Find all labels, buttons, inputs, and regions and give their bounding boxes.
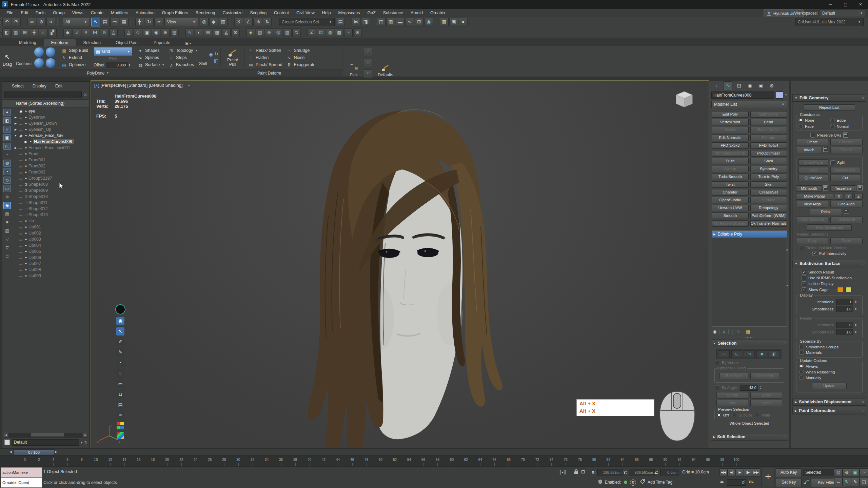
curve-editor-icon[interactable]: ∿	[405, 18, 414, 26]
schematic-view-icon[interactable]: ⊞	[415, 18, 423, 26]
edge-subobject-icon[interactable]: ◺	[731, 350, 742, 358]
toolbar2-icon[interactable]: ◧	[2, 28, 11, 37]
list-item[interactable]: ▶▬●Eyebrow	[12, 114, 89, 120]
isoline-display-checkbox[interactable]: ✓Isoline Display	[802, 281, 862, 286]
explorer-menu-display[interactable]: Display	[33, 84, 46, 88]
pencil-tool-icon[interactable]: ✎	[116, 348, 124, 357]
layer-explorer-toggle-icon[interactable]: ▥	[386, 18, 395, 26]
ribbon-tab-object-paint[interactable]: Object Paint	[108, 39, 146, 46]
list-item[interactable]: ▶▬●Eyelash_Down	[12, 120, 89, 126]
filter-spacewarps-icon[interactable]: ≈	[3, 151, 11, 158]
maxscript-mini-listener[interactable]: Ornatrix: Open(	[1, 477, 42, 488]
polydraw-section-label[interactable]: PolyDraw▼	[0, 69, 196, 77]
modifier-list-dropdown[interactable]: Modifier List ▼	[711, 101, 787, 108]
selection-region-icon[interactable]: ▭	[110, 18, 119, 26]
ornatrix-logo-icon[interactable]	[115, 304, 125, 314]
brush-tool-icon[interactable]: ✐	[116, 338, 124, 346]
topology-button[interactable]: ⊞Topology▼	[167, 47, 199, 54]
modifier-ffd-4x4x4[interactable]: FFD 4x4x4	[750, 142, 787, 149]
list-item[interactable]: ▬●Front002	[12, 163, 89, 169]
configure-modifier-sets-icon[interactable]: ▦	[746, 329, 750, 334]
modifier-creaseset[interactable]: CreaseSet	[750, 189, 787, 196]
optimize-button[interactable]: ▤Optimize	[60, 61, 90, 68]
rendered-frame-icon[interactable]: ▣	[449, 18, 458, 26]
orbit-icon[interactable]: ↻	[843, 478, 851, 486]
menu-ornatrix[interactable]: Ornatrix	[427, 9, 449, 17]
grid-dropdown-button[interactable]: ▦ Grid ▼	[94, 47, 132, 56]
modifier-edit-poly[interactable]: Edit Poly	[712, 111, 749, 118]
render-setup-icon[interactable]: ▩	[440, 18, 449, 26]
redo-icon[interactable]: ↷	[12, 18, 21, 26]
modifier-retopology[interactable]: Retopology	[750, 205, 787, 211]
toolbar2-icon[interactable]: ╋	[30, 28, 38, 37]
toolbar2-icon[interactable]: ◬	[124, 28, 133, 37]
paint-deform-section-label[interactable]: Paint Deform	[196, 69, 342, 77]
display-iterations-field[interactable]: 1	[836, 299, 853, 305]
maxscript-mini-listener-macro[interactable]: actionMan.exe	[1, 467, 42, 477]
scene-explorer-toggle-icon[interactable]: ◫	[377, 18, 386, 26]
branches-button[interactable]: ʒBranches	[167, 61, 199, 68]
select-manipulate-icon[interactable]: ◆	[209, 18, 218, 26]
update-button[interactable]: Update	[812, 383, 847, 389]
panel-scroll-down-icon[interactable]: ►	[786, 283, 789, 288]
y-coordinate-field[interactable]: -936.561cm	[629, 469, 655, 475]
list-item[interactable]: ▬◳Shape008	[12, 181, 89, 187]
list-item[interactable]: ▬●Front	[12, 151, 89, 157]
toolbar2-icon[interactable]: ◭	[222, 28, 231, 37]
next-frame-icon[interactable]: |▶	[744, 468, 752, 476]
menu-goz[interactable]: GoZ	[364, 9, 379, 17]
preserve-uvs-checkbox[interactable]: Preserve UVs	[797, 133, 862, 138]
menu-scripting[interactable]: Scripting	[246, 9, 270, 17]
tessellate-button[interactable]: Tessellate	[830, 185, 856, 192]
explorer-menu-select[interactable]: Select	[12, 84, 24, 88]
constraint-face-radio[interactable]: Face	[798, 124, 829, 128]
menu-tools[interactable]: Tools	[32, 9, 49, 17]
relax-soften-button[interactable]: ≈Relax/ Soften	[247, 47, 284, 54]
menu-graph-editors[interactable]: Graph Editors	[158, 9, 192, 17]
msmooth-button[interactable]: MSmooth	[796, 185, 822, 192]
motion-tab-icon[interactable]: ◉	[746, 82, 754, 90]
exaggerate-button[interactable]: ⇈Exaggerate	[285, 61, 317, 68]
modifier-turbosmooth[interactable]: TurboSmooth	[712, 174, 749, 180]
toolbar2-icon[interactable]: ⊠	[231, 28, 240, 37]
filter-frames-icon[interactable]: ▭	[3, 185, 11, 192]
ribbon-tab-populate[interactable]: Populate	[146, 39, 178, 46]
use-pivot-center-icon[interactable]: ◎	[200, 18, 209, 26]
toolbar2-icon[interactable]: ▣	[143, 28, 151, 37]
layer-menu-icon[interactable]: ▾	[81, 441, 83, 444]
minimize-button[interactable]: ─	[823, 0, 838, 9]
filter-funnel-b-icon[interactable]: ▽	[3, 236, 11, 243]
toolbar2-icon[interactable]: ⊕	[161, 28, 170, 37]
toolbar2-icon[interactable]: ▨	[283, 28, 292, 37]
toolbar2-icon[interactable]: ≡	[82, 28, 90, 37]
border-subobject-icon[interactable]: ⊃	[744, 350, 755, 358]
filter-shapes-icon[interactable]: ◧	[3, 117, 11, 124]
list-item[interactable]: ▬●Up002	[12, 230, 89, 236]
ribbon-toggle-icon[interactable]: ▬	[396, 18, 405, 26]
edit-geometry-rollout-header[interactable]: ▼Edit Geometry∷	[792, 94, 866, 102]
filter-bones-icon[interactable]: ◔	[3, 168, 11, 175]
offset-field[interactable]: 0.000	[106, 62, 127, 68]
step-build-button[interactable]: ▦Step Build	[60, 47, 90, 54]
modifier-stack[interactable]: ▶ Editable Poly	[712, 230, 787, 327]
menu-group[interactable]: Group	[49, 9, 68, 17]
filter-geometry-icon[interactable]: ●	[3, 109, 11, 116]
selection-filter-dropdown[interactable]: All▼	[63, 18, 90, 26]
percent-snap-icon[interactable]: %	[253, 18, 262, 26]
walkthrough-icon[interactable]: ✎	[851, 478, 860, 486]
toolbar2-icon[interactable]: ⌂	[39, 28, 47, 37]
soft-selection-rollout-header[interactable]: ▶Soft Selection∷	[711, 433, 788, 441]
perspective-viewport[interactable]: [+] [Perspective] [Standard] [Default Sh…	[91, 81, 709, 448]
object-color-swatch[interactable]	[776, 92, 783, 99]
paint-deformation-rollout-header[interactable]: ▶Paint Deformation∷	[792, 407, 866, 414]
toolbar2-icon[interactable]: ⋈	[91, 28, 99, 37]
utilities-tab-icon[interactable]: ⊗	[768, 82, 776, 90]
toolbar2-icon[interactable]: ⊿	[73, 28, 81, 37]
modifier-vertexpaint[interactable]: VertexPaint	[712, 119, 749, 125]
use-nurms-checkbox[interactable]: Use NURMS Subdivision	[802, 276, 862, 280]
modifier-bend[interactable]: Bend	[750, 119, 787, 125]
filter-funnel-icon[interactable]: ▽	[3, 244, 11, 251]
menu-substance[interactable]: Substance	[379, 9, 407, 17]
list-item[interactable]: ▬●Up006	[12, 255, 89, 261]
project-folder-dropdown[interactable]: C:\Users\UI...ds Max 2022 ▼	[795, 18, 864, 26]
